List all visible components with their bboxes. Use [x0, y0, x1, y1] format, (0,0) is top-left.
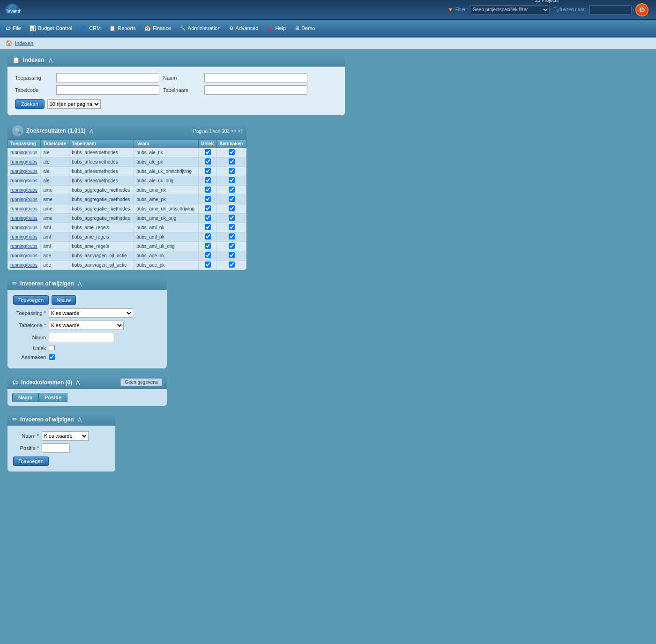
nav-item-finance[interactable]: 📅 Finance: [141, 23, 175, 33]
table-cell-aanmaken[interactable]: [217, 214, 246, 223]
table-cell-uniek[interactable]: [199, 195, 217, 204]
invoer-uniek-checkbox[interactable]: [49, 345, 55, 351]
col-uniek[interactable]: Uniek: [199, 140, 217, 148]
nav-bar: 🗂 File 📊 Budget Control 👤 CRM 📋 Reports …: [0, 20, 656, 37]
table-cell-naam: bubs_ame_pk: [134, 195, 199, 204]
table-cell-uniek[interactable]: [199, 214, 217, 223]
nav-item-administration[interactable]: 🔧 Administration: [176, 23, 224, 33]
table-cell-toepassing[interactable]: running/bubs: [8, 157, 41, 167]
table-cell-toepassing[interactable]: running/bubs: [8, 251, 41, 261]
col-tabelcode[interactable]: Tabelcode: [41, 140, 69, 148]
table-cell-toepassing[interactable]: running/bubs: [8, 195, 41, 204]
table-cell-toepassing[interactable]: running/bubs: [8, 176, 41, 186]
tabelcode-input[interactable]: [56, 85, 159, 95]
kol-naam-header[interactable]: Naam: [12, 393, 38, 402]
invoer-tabelcode-select[interactable]: Kies waarde: [49, 321, 124, 330]
power-button[interactable]: ⏻: [635, 3, 649, 16]
filter-funnel-icon: ▼: [447, 6, 454, 13]
table-cell-uniek[interactable]: [199, 148, 217, 157]
bottom-positie-input[interactable]: [42, 443, 70, 453]
table-cell-tabelnaam: bubs_ame_regels: [69, 232, 134, 242]
naam-input[interactable]: [204, 73, 307, 82]
table-cell-tabelcode: ale: [41, 176, 69, 186]
table-cell-aanmaken[interactable]: [217, 242, 246, 251]
filter-label: Filter :: [455, 7, 469, 12]
table-cell-aanmaken[interactable]: [217, 186, 246, 195]
table-cell-uniek[interactable]: [199, 167, 217, 176]
nav-item-budget-control[interactable]: 📊 Budget Control: [26, 23, 76, 33]
pagination-next[interactable]: >>: [231, 128, 237, 134]
invoer-uniek-label: Uniek: [13, 345, 46, 351]
nav-item-reports[interactable]: 📋 Reports: [105, 23, 140, 33]
table-cell-toepassing[interactable]: running/bubs: [8, 261, 41, 270]
table-cell-uniek[interactable]: [199, 204, 217, 214]
filter-area: ▼ Filter : Geen projectspecifiek filter: [447, 5, 550, 15]
bottom-naam-label: Naam *: [13, 433, 39, 439]
col-naam[interactable]: Naam: [134, 140, 199, 148]
table-cell-uniek[interactable]: [199, 242, 217, 251]
main-content: 📋 Indexen ⋀ Toepassing Naam Tabelcode Ta…: [0, 49, 656, 484]
invoer-panel: ✏ Invoeren of wijzigen ⋀ Toevoegen Nieuw…: [7, 277, 167, 368]
svg-text:invantive: invantive: [7, 9, 21, 14]
zoeken-button[interactable]: Zoeken: [15, 99, 45, 109]
table-cell-toepassing[interactable]: running/bubs: [8, 214, 41, 223]
bottom-naam-select[interactable]: Kies waarde: [42, 431, 89, 441]
col-aanmaken[interactable]: Aanmaken: [217, 140, 246, 148]
table-cell-toepassing[interactable]: running/bubs: [8, 232, 41, 242]
bottom-invoer-collapse-icon[interactable]: ⋀: [78, 417, 82, 422]
table-cell-uniek[interactable]: [199, 176, 217, 186]
tijdreizen-input[interactable]: [589, 5, 632, 15]
toevoegen-button[interactable]: Toevoegen: [13, 295, 49, 305]
table-cell-aanmaken[interactable]: [217, 167, 246, 176]
indexen-icon: 📋: [12, 56, 20, 64]
kol-positie-header[interactable]: Positie: [38, 393, 67, 402]
toepassing-input[interactable]: [56, 73, 159, 82]
table-cell-toepassing[interactable]: running/bubs: [8, 186, 41, 195]
col-tabelnaam[interactable]: Tabelnaam: [69, 140, 134, 148]
table-cell-uniek[interactable]: [199, 261, 217, 270]
col-toepassing[interactable]: Toepassing: [8, 140, 41, 148]
table-cell-tabelnaam: bubs_ame_regels: [69, 242, 134, 251]
breadcrumb-text[interactable]: Indexen: [15, 40, 33, 46]
table-cell-uniek[interactable]: [199, 223, 217, 232]
nav-item-help[interactable]: ❓ Help: [263, 23, 290, 33]
table-cell-tabelcode: aoe: [41, 251, 69, 261]
table-cell-toepassing[interactable]: running/bubs: [8, 223, 41, 232]
tabelnaam-label: Tabelnaam: [163, 87, 201, 93]
nav-item-file[interactable]: 🗂 File: [2, 23, 25, 33]
table-cell-aanmaken[interactable]: [217, 148, 246, 157]
table-cell-toepassing[interactable]: running/bubs: [8, 242, 41, 251]
table-cell-aanmaken[interactable]: [217, 261, 246, 270]
table-cell-toepassing[interactable]: running/bubs: [8, 148, 41, 157]
invoer-collapse-icon[interactable]: ⋀: [78, 281, 82, 286]
table-cell-uniek[interactable]: [199, 251, 217, 261]
collapse-icon[interactable]: ⋀: [49, 58, 52, 63]
filter-select[interactable]: Geen projectspecifiek filter: [470, 5, 550, 15]
table-cell-toepassing[interactable]: running/bubs: [8, 204, 41, 214]
table-cell-aanmaken[interactable]: [217, 157, 246, 167]
results-collapse-icon[interactable]: ⋀: [89, 128, 93, 134]
table-cell-toepassing[interactable]: running/bubs: [8, 167, 41, 176]
table-cell-aanmaken[interactable]: [217, 251, 246, 261]
nav-item-advanced[interactable]: ⚙ Advanced: [225, 23, 262, 33]
table-cell-aanmaken[interactable]: [217, 232, 246, 242]
nav-item-demo[interactable]: 🖥 Demo: [291, 23, 319, 33]
nav-item-crm[interactable]: 👤 CRM: [77, 23, 104, 33]
tabelnaam-input[interactable]: [204, 85, 307, 95]
invoer-naam-input[interactable]: [49, 333, 114, 342]
rows-per-page-select[interactable]: 10 rijen per pagina: [47, 99, 101, 109]
table-cell-aanmaken[interactable]: [217, 195, 246, 204]
nieuw-button[interactable]: Nieuw: [52, 295, 76, 305]
bottom-toevoegen-button[interactable]: Toevoegen: [13, 457, 49, 466]
table-cell-uniek[interactable]: [199, 157, 217, 167]
pagination-last[interactable]: >|: [238, 128, 242, 134]
invoer-toepassing-select[interactable]: Kies waarde: [49, 308, 133, 318]
table-cell-uniek[interactable]: [199, 186, 217, 195]
table-cell-aanmaken[interactable]: [217, 204, 246, 214]
indexkol-collapse-icon[interactable]: ⋀: [76, 380, 80, 385]
indexkol-body: Naam Positie: [7, 389, 167, 406]
invoer-aanmaken-checkbox[interactable]: [49, 354, 55, 360]
table-cell-aanmaken[interactable]: [217, 223, 246, 232]
table-cell-uniek[interactable]: [199, 232, 217, 242]
table-cell-aanmaken[interactable]: [217, 176, 246, 186]
